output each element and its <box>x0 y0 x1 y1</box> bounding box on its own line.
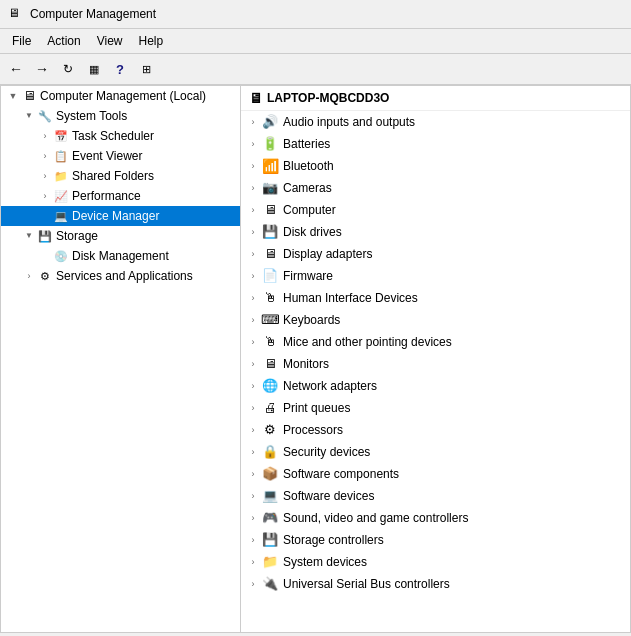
root-toggle: ▼ <box>5 88 21 104</box>
event-viewer-label: Event Viewer <box>72 147 142 165</box>
tree-device-manager[interactable]: 💻 Device Manager <box>1 206 240 226</box>
app-icon: 🖥 <box>8 6 24 22</box>
security-label: Security devices <box>283 442 370 462</box>
hid-label: Human Interface Devices <box>283 288 418 308</box>
storage-controllers-label: Storage controllers <box>283 530 384 550</box>
device-system-devices[interactable]: › 📁 System devices <box>241 551 630 573</box>
usb-icon: 🔌 <box>261 576 279 592</box>
menu-bar: File Action View Help <box>0 29 631 54</box>
computer-icon: 🖥 <box>261 202 279 218</box>
tree-shared-folders[interactable]: › 📁 Shared Folders <box>1 166 240 186</box>
tree-system-tools[interactable]: ▼ 🔧 System Tools <box>1 106 240 126</box>
event-viewer-icon: 📋 <box>53 148 69 164</box>
processors-toggle: › <box>245 422 261 438</box>
monitors-icon: 🖥 <box>261 356 279 372</box>
device-mice[interactable]: › 🖱 Mice and other pointing devices <box>241 331 630 353</box>
display-adapters-icon: 🖥 <box>261 246 279 262</box>
device-monitors[interactable]: › 🖥 Monitors <box>241 353 630 375</box>
left-panel: ▼ 🖥 Computer Management (Local) ▼ 🔧 Syst… <box>1 86 241 632</box>
device-sound-video[interactable]: › 🎮 Sound, video and game controllers <box>241 507 630 529</box>
device-keyboards[interactable]: › ⌨ Keyboards <box>241 309 630 331</box>
firmware-toggle: › <box>245 268 261 284</box>
console-button[interactable]: ⊞ <box>134 57 158 81</box>
system-devices-toggle: › <box>245 554 261 570</box>
forward-button[interactable]: → <box>30 57 54 81</box>
system-devices-label: System devices <box>283 552 367 572</box>
device-bluetooth[interactable]: › 📶 Bluetooth <box>241 155 630 177</box>
disk-management-toggle <box>37 248 53 264</box>
storage-controllers-toggle: › <box>245 532 261 548</box>
sound-video-toggle: › <box>245 510 261 526</box>
device-manager-label: Device Manager <box>72 207 159 225</box>
monitors-toggle: › <box>245 356 261 372</box>
disk-drives-toggle: › <box>245 224 261 240</box>
device-software-components[interactable]: › 📦 Software components <box>241 463 630 485</box>
keyboards-label: Keyboards <box>283 310 340 330</box>
device-display-adapters[interactable]: › 🖥 Display adapters <box>241 243 630 265</box>
firmware-icon: 📄 <box>261 268 279 284</box>
device-hid[interactable]: › 🖱 Human Interface Devices <box>241 287 630 309</box>
event-viewer-toggle: › <box>37 148 53 164</box>
tree-root[interactable]: ▼ 🖥 Computer Management (Local) <box>1 86 240 106</box>
device-security[interactable]: › 🔒 Security devices <box>241 441 630 463</box>
bluetooth-toggle: › <box>245 158 261 174</box>
sound-video-icon: 🎮 <box>261 510 279 526</box>
monitors-label: Monitors <box>283 354 329 374</box>
device-disk-drives[interactable]: › 💾 Disk drives <box>241 221 630 243</box>
toolbar: ← → ↻ ▦ ? ⊞ <box>0 54 631 85</box>
computer-label: Computer <box>283 200 336 220</box>
device-usb[interactable]: › 🔌 Universal Serial Bus controllers <box>241 573 630 595</box>
device-network-adapters[interactable]: › 🌐 Network adapters <box>241 375 630 397</box>
tree-event-viewer[interactable]: › 📋 Event Viewer <box>1 146 240 166</box>
disk-drives-icon: 💾 <box>261 224 279 240</box>
tree-storage[interactable]: ▼ 💾 Storage <box>1 226 240 246</box>
device-storage-controllers[interactable]: › 💾 Storage controllers <box>241 529 630 551</box>
menu-help[interactable]: Help <box>131 31 172 51</box>
device-computer[interactable]: › 🖥 Computer <box>241 199 630 221</box>
network-adapters-toggle: › <box>245 378 261 394</box>
storage-label: Storage <box>56 227 98 245</box>
device-cameras[interactable]: › 📷 Cameras <box>241 177 630 199</box>
bluetooth-icon: 📶 <box>261 158 279 174</box>
device-batteries[interactable]: › 🔋 Batteries <box>241 133 630 155</box>
bluetooth-label: Bluetooth <box>283 156 334 176</box>
software-components-label: Software components <box>283 464 399 484</box>
back-button[interactable]: ← <box>4 57 28 81</box>
device-list-header-label: LAPTOP-MQBCDD3O <box>267 91 389 105</box>
security-toggle: › <box>245 444 261 460</box>
refresh-button[interactable]: ↻ <box>56 57 80 81</box>
tree-services-apps[interactable]: › ⚙ Services and Applications <box>1 266 240 286</box>
shared-folders-toggle: › <box>37 168 53 184</box>
device-software-devices[interactable]: › 💻 Software devices <box>241 485 630 507</box>
menu-action[interactable]: Action <box>39 31 88 51</box>
device-print-queues[interactable]: › 🖨 Print queues <box>241 397 630 419</box>
root-label: Computer Management (Local) <box>40 87 206 105</box>
title-bar: 🖥 Computer Management <box>0 0 631 29</box>
system-devices-icon: 📁 <box>261 554 279 570</box>
right-panel: 🖥 LAPTOP-MQBCDD3O › 🔊 Audio inputs and o… <box>241 86 630 632</box>
software-components-icon: 📦 <box>261 466 279 482</box>
cameras-icon: 📷 <box>261 180 279 196</box>
device-audio[interactable]: › 🔊 Audio inputs and outputs <box>241 111 630 133</box>
device-list-header-icon: 🖥 <box>249 90 263 106</box>
device-manager-toggle <box>37 208 53 224</box>
tree-disk-management[interactable]: 💿 Disk Management <box>1 246 240 266</box>
hid-icon: 🖱 <box>261 290 279 306</box>
firmware-label: Firmware <box>283 266 333 286</box>
help-button[interactable]: ? <box>108 57 132 81</box>
software-devices-label: Software devices <box>283 486 374 506</box>
tree-task-scheduler[interactable]: › 📅 Task Scheduler <box>1 126 240 146</box>
display-adapters-toggle: › <box>245 246 261 262</box>
root-icon: 🖥 <box>21 88 37 104</box>
menu-view[interactable]: View <box>89 31 131 51</box>
menu-file[interactable]: File <box>4 31 39 51</box>
disk-drives-label: Disk drives <box>283 222 342 242</box>
tree-performance[interactable]: › 📈 Performance <box>1 186 240 206</box>
device-firmware[interactable]: › 📄 Firmware <box>241 265 630 287</box>
print-queues-label: Print queues <box>283 398 350 418</box>
system-tools-icon: 🔧 <box>37 108 53 124</box>
keyboards-icon: ⌨ <box>261 312 279 328</box>
device-processors[interactable]: › ⚙ Processors <box>241 419 630 441</box>
properties-button[interactable]: ▦ <box>82 57 106 81</box>
window-title: Computer Management <box>30 7 156 21</box>
